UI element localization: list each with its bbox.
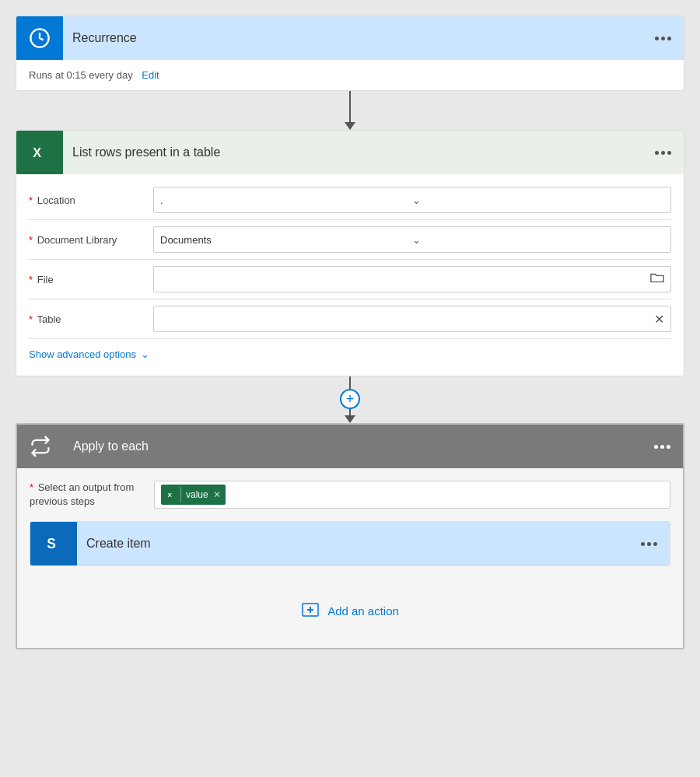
add-action-button[interactable]: Add an action [289, 594, 411, 628]
arrow-head [345, 122, 355, 130]
location-arrow-icon: ⌄ [412, 194, 664, 206]
create-item-card: S Create item [30, 521, 670, 566]
excel-title: List rows present in a table [63, 145, 642, 159]
location-input[interactable]: . ⌄ [153, 187, 671, 213]
file-row: * File [29, 260, 671, 299]
excel-menu[interactable] [642, 151, 684, 155]
file-field[interactable] [153, 266, 671, 292]
apply-to-each-card: Apply to each * Select an output from pr… [16, 423, 684, 649]
location-dropdown[interactable]: . ⌄ [153, 187, 671, 213]
plus-connector: + [340, 376, 360, 423]
recurrence-header: Recurrence [16, 16, 684, 60]
svg-text:X: X [33, 145, 41, 159]
create-item-title: Create item [77, 537, 628, 551]
value-tag-close-icon[interactable]: ✕ [213, 489, 221, 500]
table-row: * Table ✕ [29, 299, 671, 339]
sharepoint-icon: S [42, 532, 65, 555]
arrow-connector-1 [345, 91, 355, 130]
recurrence-edit-link[interactable]: Edit [142, 69, 159, 81]
location-label: * Location [29, 194, 153, 206]
document-library-row: * Document Library Documents ⌄ [29, 220, 671, 260]
excel-icon: X [28, 141, 51, 164]
add-action-label: Add an action [327, 604, 399, 618]
file-label: * File [29, 274, 153, 285]
value-tag-container[interactable]: X value ✕ [154, 481, 670, 509]
svg-text:X: X [168, 492, 173, 499]
document-library-label: * Document Library [29, 234, 153, 246]
recurrence-icon-bg [16, 16, 63, 60]
recurrence-schedule: Runs at 0:15 every day [29, 69, 133, 81]
excel-body: * Location . ⌄ * Document Library [16, 174, 684, 376]
document-library-arrow-icon: ⌄ [412, 234, 664, 246]
create-item-menu[interactable] [628, 542, 670, 546]
show-advanced-label: Show advanced options [29, 348, 136, 360]
sharepoint-icon-bg: S [30, 522, 77, 565]
chevron-down-icon: ⌄ [141, 348, 149, 360]
table-input[interactable]: ✕ [153, 306, 671, 332]
show-advanced-options[interactable]: Show advanced options ⌄ [29, 339, 671, 363]
excel-card: X List rows present in a table * Locatio… [16, 130, 684, 376]
apply-icon-bg [17, 425, 64, 468]
location-row: * Location . ⌄ [29, 180, 671, 220]
svg-text:S: S [47, 537, 56, 552]
excel-header: X List rows present in a table [16, 131, 684, 174]
apply-to-each-header: Apply to each [17, 425, 683, 468]
file-input[interactable] [153, 266, 671, 292]
document-library-dropdown[interactable]: Documents ⌄ [153, 226, 671, 253]
add-action-icon [301, 600, 320, 621]
arrow-line [349, 91, 351, 122]
recurrence-body: Runs at 0:15 every day Edit [16, 60, 684, 90]
connector-arrow-head [345, 415, 355, 423]
apply-to-each-menu[interactable] [642, 445, 683, 449]
loop-icon [30, 436, 51, 457]
clear-icon[interactable]: ✕ [654, 312, 664, 327]
clock-icon [29, 27, 51, 49]
document-library-value: Documents [160, 234, 412, 246]
connector-line-top [349, 376, 351, 389]
recurrence-menu[interactable] [642, 37, 684, 40]
connector-line-bottom [349, 409, 351, 415]
select-output-label: * Select an output from previous steps [30, 481, 154, 509]
create-item-header: S Create item [30, 522, 670, 565]
table-field[interactable]: ✕ [153, 306, 671, 332]
value-tag-text: value [186, 489, 208, 500]
apply-to-each-body: * Select an output from previous steps X… [17, 468, 683, 648]
table-label: * Table [29, 313, 153, 325]
excel-icon-bg: X [16, 131, 63, 174]
recurrence-card: Recurrence Runs at 0:15 every day Edit [16, 16, 684, 91]
location-value: . [160, 194, 412, 206]
value-tag: X value ✕ [161, 485, 226, 505]
apply-to-each-title: Apply to each [64, 439, 642, 453]
value-tag-excel-icon: X [166, 487, 181, 502]
flow-container: Recurrence Runs at 0:15 every day Edit X… [16, 16, 684, 649]
add-action-area: Add an action [30, 579, 670, 635]
select-output-row: * Select an output from previous steps X… [30, 481, 670, 509]
document-library-input[interactable]: Documents ⌄ [153, 226, 671, 253]
folder-icon [650, 271, 664, 287]
recurrence-title: Recurrence [63, 31, 642, 45]
add-step-button[interactable]: + [340, 389, 360, 409]
